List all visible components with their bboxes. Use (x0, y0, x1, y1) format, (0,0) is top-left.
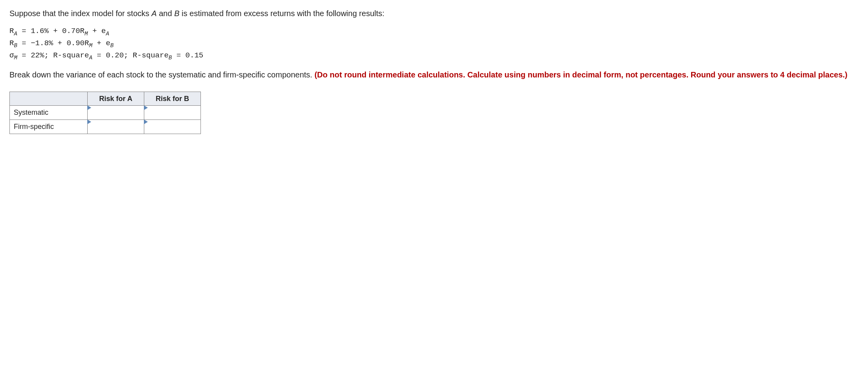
equation-rb: RB = −1.8% + 0.90RM + eB (9, 38, 859, 50)
ea-subscript: A (106, 31, 109, 37)
equations-block: RA = 1.6% + 0.70RM + eA RB = −1.8% + 0.9… (9, 26, 859, 62)
eb-subscript: B (110, 42, 114, 49)
cell-systematic-a[interactable] (88, 105, 144, 119)
rm2-symbol: R (85, 39, 89, 48)
rm1-subscript: M (85, 31, 88, 37)
rb-plus: + (92, 39, 106, 48)
ra-subscript: A (14, 31, 17, 37)
ra-body: = 1.6% + 0.70 (17, 27, 80, 35)
rsq-a-val: = 0.20; R-square (92, 51, 169, 60)
instructions: Break down the variance of each stock to… (9, 69, 859, 81)
triangle-icon (87, 119, 91, 124)
sigma-symbol: σ (9, 51, 14, 60)
intro-mid: and (157, 9, 174, 18)
cell-systematic-b[interactable] (144, 105, 201, 119)
triangle-icon (144, 105, 148, 110)
rsq-a-subscript: A (89, 55, 92, 61)
triangle-icon (144, 119, 148, 124)
row-label-firm-specific: Firm-specific (10, 119, 88, 134)
instructions-plain: Break down the variance of each stock to… (9, 70, 314, 79)
ra-symbol: R (9, 27, 14, 35)
input-systematic-b[interactable] (148, 107, 197, 118)
sigma-subscript: M (14, 55, 17, 61)
intro-post: is estimated from excess returns with th… (180, 9, 384, 18)
equation-sigma: σM = 22%; R-squareA = 0.20; R-squareB = … (9, 50, 859, 62)
equation-ra: RA = 1.6% + 0.70RM + eA (9, 26, 859, 38)
input-firm-specific-a[interactable] (92, 121, 140, 132)
ra-plus: + (88, 27, 101, 35)
rb-symbol: R (9, 39, 14, 48)
sigma-body: = 22%; R-square (17, 51, 89, 60)
row-label-systematic: Systematic (10, 105, 88, 119)
rb-body: = −1.8% + 0.90 (17, 39, 85, 48)
rm1-symbol: R (80, 27, 85, 35)
header-risk-a: Risk for A (88, 92, 144, 105)
rm2-subscript: M (89, 42, 92, 49)
rb-subscript: B (14, 42, 17, 49)
eb-symbol: e (106, 39, 110, 48)
rsq-b-val: = 0.15 (172, 51, 203, 60)
instructions-highlight: (Do not round intermediate calculations.… (314, 70, 848, 79)
ea-symbol: e (101, 27, 106, 35)
intro-pre: Suppose that the index model for stocks (9, 9, 151, 18)
rsq-b-subscript: B (169, 55, 172, 61)
input-firm-specific-b[interactable] (148, 121, 197, 132)
problem-intro: Suppose that the index model for stocks … (9, 8, 859, 19)
stock-b: B (174, 9, 179, 18)
input-systematic-a[interactable] (92, 107, 140, 118)
header-blank (10, 92, 88, 105)
stock-a: A (151, 9, 156, 18)
triangle-icon (87, 105, 91, 110)
cell-firm-specific-b[interactable] (144, 119, 201, 134)
header-risk-b: Risk for B (144, 92, 201, 105)
table-row: Systematic (10, 105, 201, 119)
table-row: Firm-specific (10, 119, 201, 134)
cell-firm-specific-a[interactable] (88, 119, 144, 134)
answer-table: Risk for A Risk for B Systematic Firm-sp… (9, 92, 201, 134)
